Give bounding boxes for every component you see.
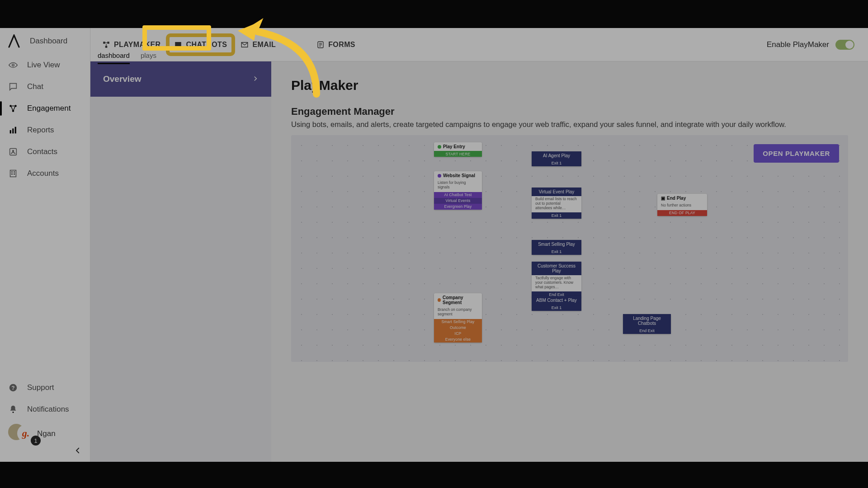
tab-label: PLAYMAKER	[114, 41, 160, 49]
tab-label: EMAIL	[252, 41, 276, 49]
sidebar-item-accounts[interactable]: Accounts	[0, 163, 90, 184]
sidebar-item-chat[interactable]: Chat	[0, 76, 90, 98]
notification-badge: 1	[31, 436, 41, 446]
svg-point-16	[13, 412, 14, 413]
svg-point-8	[12, 150, 14, 152]
flow-canvas[interactable]: OPEN PLAYMAKER	[291, 135, 848, 362]
node-play-entry[interactable]: Play Entry START HERE	[434, 142, 482, 157]
sidebar-item-reports[interactable]: Reports	[0, 119, 90, 141]
node-abm[interactable]: ABM Contact + Play Exit 1	[532, 296, 581, 311]
sidebar-item-liveview[interactable]: Live View	[0, 54, 90, 76]
sidebar-label: Live View	[27, 61, 60, 70]
svg-rect-4	[10, 130, 11, 133]
flow-connectors	[291, 135, 427, 203]
nav-bottom: ? Support Notifications g. Ngan	[0, 377, 90, 462]
section-rail: Overview	[90, 61, 271, 462]
tab-label: FORMS	[328, 41, 355, 49]
user-row[interactable]: g. Ngan 1	[0, 420, 90, 444]
user-name: Ngan	[37, 429, 56, 438]
sidebar-label: Notifications	[27, 405, 69, 414]
chat-icon	[174, 41, 182, 49]
tab-playmaker[interactable]: PLAYMAKER	[98, 37, 165, 52]
sidebar-label: Accounts	[27, 169, 59, 178]
node-website-signal[interactable]: Website Signal Listen for buying signals…	[434, 171, 482, 210]
tab-label: CHATBOTS	[186, 41, 227, 49]
section-description: Using bots, emails, and alerts, create t…	[291, 120, 848, 129]
nodes-icon	[8, 103, 18, 113]
chat-icon	[8, 82, 18, 92]
svg-text:?: ?	[11, 385, 14, 391]
node-virtual-event[interactable]: Virtual Event Play Build email lists to …	[532, 188, 581, 219]
node-customer-success[interactable]: Customer Success Play Tactfully engage w…	[532, 262, 581, 298]
sidebar-label: Engagement	[27, 104, 71, 113]
stop-icon: ▣	[661, 196, 665, 201]
contact-icon	[8, 147, 18, 157]
svg-rect-19	[105, 46, 108, 48]
logo-row: Dashboard	[0, 28, 90, 54]
main: PlayMaker Engagement Manager Using bots,…	[271, 61, 868, 462]
collapse-button[interactable]	[0, 444, 90, 457]
bell-icon	[8, 404, 18, 414]
help-icon: ?	[8, 383, 18, 393]
sidebar-label: Support	[27, 383, 54, 392]
enable-playmaker-toggle-row: Enable PlayMaker	[767, 40, 854, 50]
node-company-segment[interactable]: Company Segment Branch on company segmen…	[434, 293, 482, 343]
sidebar: Dashboard Live View Chat	[0, 28, 90, 462]
sidebar-label: Dashboard	[30, 37, 67, 46]
tab-chatbots[interactable]: CHATBOTS	[170, 37, 231, 52]
node-end-play[interactable]: ▣End Play No further actions END OF PLAY	[657, 194, 707, 216]
sidebar-item-notifications[interactable]: Notifications	[0, 399, 90, 420]
subtab-plays[interactable]: plays	[141, 52, 156, 64]
nav-top: Live View Chat Engagement	[0, 54, 90, 377]
enable-toggle[interactable]	[835, 40, 854, 50]
sidebar-item-contacts[interactable]: Contacts	[0, 141, 90, 163]
eye-icon	[8, 60, 18, 70]
node-smart-selling[interactable]: Smart Selling Play Exit 1	[532, 240, 581, 255]
rail-label: Overview	[103, 74, 142, 84]
building-icon	[8, 169, 18, 178]
svg-rect-12	[11, 174, 12, 174]
sidebar-label: Chat	[27, 82, 43, 91]
sidebar-item-engagement[interactable]: Engagement	[0, 98, 90, 119]
nodes-icon	[102, 41, 110, 49]
svg-rect-11	[14, 171, 14, 172]
tab-forms[interactable]: FORMS	[312, 37, 360, 52]
logo-icon	[8, 34, 20, 48]
svg-rect-5	[12, 128, 14, 133]
sidebar-item-support[interactable]: ? Support	[0, 377, 90, 399]
svg-rect-18	[107, 42, 109, 44]
page-title: PlayMaker	[291, 78, 848, 93]
svg-point-0	[12, 64, 14, 66]
avatar-stack: g.	[8, 424, 31, 444]
sidebar-item-dashboard[interactable]: Dashboard	[30, 37, 67, 46]
chevron-left-icon	[74, 446, 82, 455]
rail-overview[interactable]: Overview	[90, 61, 271, 97]
bars-icon	[8, 125, 18, 135]
svg-rect-9	[10, 170, 16, 177]
node-landing[interactable]: Landing Page Chatbots End Exit	[623, 314, 671, 334]
subtab-dashboard[interactable]: dashboard	[98, 52, 130, 64]
tab-email[interactable]: EMAIL	[236, 37, 280, 52]
open-playmaker-button[interactable]: OPEN PLAYMAKER	[754, 144, 839, 163]
node-ai-agent[interactable]: AI Agent Play Exit 1	[532, 151, 581, 166]
sidebar-label: Reports	[27, 126, 54, 135]
sidebar-label: Contacts	[27, 147, 57, 156]
form-icon	[316, 41, 325, 49]
svg-rect-13	[14, 174, 14, 174]
header: PLAYMAKER CHATBOTS EMAIL	[90, 28, 868, 61]
svg-rect-17	[103, 42, 105, 44]
enable-label: Enable PlayMaker	[767, 40, 829, 49]
section-subtitle: Engagement Manager	[291, 106, 848, 117]
subtabs: dashboard plays	[98, 52, 156, 64]
svg-rect-6	[15, 127, 16, 134]
header-tabs: PLAYMAKER CHATBOTS EMAIL	[98, 37, 360, 52]
chevron-right-icon	[252, 74, 259, 84]
mail-icon	[241, 41, 249, 49]
svg-rect-10	[11, 171, 12, 172]
